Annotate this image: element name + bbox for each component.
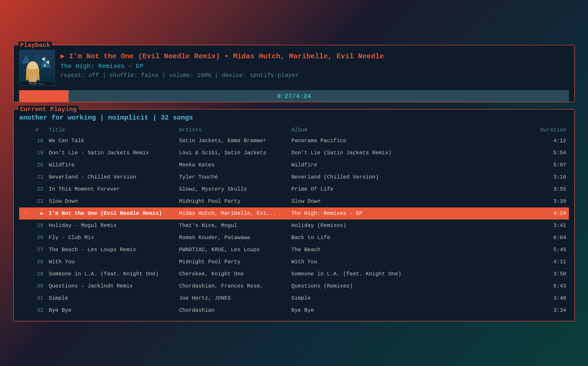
track-title[interactable]: Holiday - Mogul Remix [46,220,176,232]
track-number-cell: ▶ [32,207,46,220]
track-artists: Loui & Scibi, Satin Jackets [176,147,289,159]
table-row[interactable]: ♡▶I'm Not the One (Evil Needle Remix)Mid… [19,207,569,220]
table-row[interactable]: 21Neverland - Chilled VersionTyler Touch… [19,171,569,183]
table-row[interactable]: 27The Beach - Les Loups RemixPWNDTIAC, K… [19,244,569,256]
heart-cell[interactable] [19,232,32,244]
separator2: | [152,114,161,122]
track-title[interactable]: Simple [46,292,176,304]
playback-meta: repeat: off | shuffle: false | volume: 1… [60,72,569,79]
table-row[interactable]: 18We Can TalkSatin Jackets, Emma Brammer… [19,135,569,147]
track-title[interactable]: Someone in L.A. (feat. Knight One) [46,268,176,280]
track-number-cell: 31 [32,292,46,304]
now-playing-title: ▶ I'm Not the One (Evil Needle Remix) • … [60,52,569,61]
progress-bar[interactable]: 0:27/4:24 [19,90,569,102]
track-artists: Chordashian, Frances Rose, [176,280,289,292]
current-playing-label: Current Playing [18,106,78,113]
table-row[interactable]: 25Holiday - Mogul RemixThat's Nice, Mogu… [19,220,569,232]
col-header-number: # [32,125,46,135]
track-artists: Cherokee, Knight One [176,268,289,280]
track-duration: 5:07 [446,159,569,171]
track-title[interactable]: Wildfire [46,159,176,171]
table-row[interactable]: 32Bye ByeChordashianBye Bye3:34 [19,304,569,316]
heart-cell[interactable] [19,147,32,159]
track-title[interactable]: Don't Lie - Satin Jackets Remix [46,147,176,159]
track-artists: Midnight Pool Party [176,256,289,268]
table-row[interactable]: 30Questions - Jacklndn RemixChordashian,… [19,280,569,292]
track-artists: Midas Hutch, Maribelle, Evi... [176,207,289,220]
track-artists: Satin Jackets, Emma Brammer [176,135,289,147]
table-row[interactable]: 19Don't Lie - Satin Jackets RemixLoui & … [19,147,569,159]
track-number-cell: 27 [32,244,46,256]
track-number-cell: 25 [32,220,46,232]
track-album: Bye Bye [289,304,446,316]
playback-label: Playback [18,42,52,49]
track-artists: Midas Hutch, Maribelle, Evil Needle [233,52,384,61]
track-duration: 3:16 [446,171,569,183]
track-album: Wildfire [289,159,446,171]
track-album: Someone in L.A. (feat. Knight One) [289,268,446,280]
track-number-cell: 22 [32,183,46,195]
table-row[interactable]: 20WildfireMeeka KatesWildfire5:07 [19,159,569,171]
track-duration: 4:12 [446,135,569,147]
track-number-cell: 19 [32,147,46,159]
heart-cell[interactable] [19,256,32,268]
track-title[interactable]: I'm Not the One (Evil Needle Remix) [46,207,176,220]
heart-cell[interactable] [19,195,32,207]
svg-text:The High: Remixes: The High: Remixes [29,83,45,85]
heart-cell[interactable] [19,135,32,147]
heart-cell[interactable] [19,183,32,195]
table-row[interactable]: 23Slow DownMidnight Pool PartySlow Down3… [19,195,569,207]
col-header-album: Album [289,125,446,135]
track-title[interactable]: Fly - Club Mix [46,232,176,244]
track-album: With You [289,256,446,268]
heart-cell[interactable] [19,244,32,256]
track-title[interactable]: Bye Bye [46,304,176,316]
playback-section: Playback [13,45,575,102]
heart-cell[interactable] [19,304,32,316]
heart-cell[interactable] [19,159,32,171]
table-row[interactable]: 26Fly - Club MixRoman Kouder, PatawawaBa… [19,232,569,244]
track-duration: 5:43 [446,280,569,292]
playlist-header: another for working | noimplicit | 32 so… [19,114,569,122]
heart-cell[interactable] [19,171,32,183]
table-row[interactable]: 29Someone in L.A. (feat. Knight One)Cher… [19,268,569,280]
track-number-cell: 18 [32,135,46,147]
track-title[interactable]: Slow Down [46,195,176,207]
track-artists: Midnight Pool Party [176,195,289,207]
track-info: ▶ I'm Not the One (Evil Needle Remix) • … [60,50,569,79]
table-header-row: # Title Artists Album Duration [19,125,569,135]
track-title[interactable]: With You [46,256,176,268]
heart-cell[interactable] [19,268,32,280]
track-table: # Title Artists Album Duration 18We Can … [19,125,569,316]
table-row[interactable]: 31SimpleJoe Hertz, JONESSimple3:48 [19,292,569,304]
track-title[interactable]: Questions - Jacklndn Remix [46,280,176,292]
heart-cell[interactable] [19,292,32,304]
track-duration: 4:24 [446,207,569,220]
current-playing-section: Current Playing another for working | no… [13,109,575,321]
heart-cell[interactable] [19,220,32,232]
track-title[interactable]: Neverland - Chilled Version [46,171,176,183]
playlist-owner: noimplicit [108,114,149,122]
track-title[interactable]: We Can Talk [46,135,176,147]
separator: • [224,52,233,61]
play-icon[interactable]: ▶ [40,211,43,216]
track-album: Questions (Remixes) [289,280,446,292]
track-artists: Tyler Touché [176,171,289,183]
album-name: The High: Remixes - EP [60,63,569,70]
track-title[interactable]: In This Moment Forever [46,183,176,195]
track-number-cell: 30 [32,280,46,292]
table-row[interactable]: 28With YouMidnight Pool PartyWith You4:1… [19,256,569,268]
album-art: The High: Remixes [19,50,55,86]
track-album: The High: Remixes - EP [289,207,446,220]
heart-cell[interactable]: ♡ [19,207,32,220]
track-title[interactable]: The Beach - Les Loups Remix [46,244,176,256]
heart-cell[interactable] [19,280,32,292]
playlist-name: another for working [19,114,96,122]
table-row[interactable]: 22In This Moment ForeverSlowz, Mystery S… [19,183,569,195]
track-album: Slow Down [289,195,446,207]
progress-bar-container[interactable]: 0:27/4:24 [19,90,569,102]
track-artists: PWNDTIAC, KRUE, Les Loups [176,244,289,256]
track-duration: 5:54 [446,147,569,159]
playback-content: The High: Remixes ▶ I'm Not the One (Evi… [19,50,569,89]
col-header-heart [19,125,32,135]
